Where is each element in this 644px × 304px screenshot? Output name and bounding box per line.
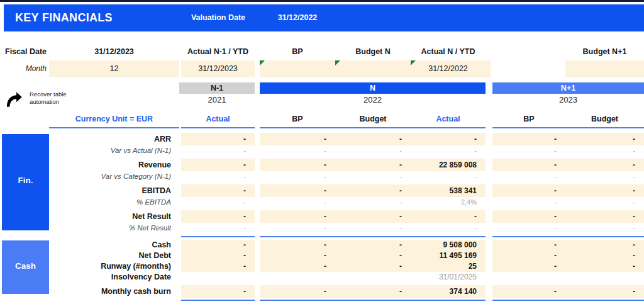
cell-nbud[interactable]: - [335, 133, 411, 145]
cell-nbp: - [260, 223, 335, 234]
cell-pbp[interactable]: - [492, 210, 565, 223]
cell-nbud: - [335, 197, 411, 208]
table-row: Runway (#months)---25-- [0, 261, 644, 272]
table-row: Var vs Category (N-1)------ [0, 171, 644, 182]
cell-corner-flag-icon [260, 60, 265, 65]
cell-pbp[interactable]: - [492, 285, 565, 298]
header-bp: BP [260, 45, 335, 58]
valuation-date-label: Valuation Date [179, 4, 257, 31]
cell-c1: - [181, 145, 255, 156]
cell-c1[interactable]: - [181, 261, 255, 272]
cell-nbud[interactable]: - [335, 210, 411, 223]
band-n-minus-1: N-1 [179, 82, 255, 94]
subheader-p-budget: Budget [565, 113, 644, 126]
cell-pbp: - [492, 145, 565, 156]
cell-c1[interactable]: - [181, 251, 255, 261]
curved-arrow-icon [5, 90, 23, 109]
row-label: Var vs Category (N-1) [0, 171, 171, 182]
cell-c1[interactable]: - [181, 210, 255, 223]
row-label: Insolvency Date [0, 272, 171, 283]
cell-c1[interactable]: - [181, 159, 255, 171]
page-title: KEY FINANCIALS [15, 4, 113, 31]
header-actual-n1-ytd: Actual N-1 / YTD [181, 45, 255, 58]
cell-nbp[interactable]: - [260, 251, 335, 261]
table-row: % EBITDA---2,4%-- [0, 197, 644, 208]
section-divider-rule [0, 236, 644, 237]
cell-nbud[interactable]: - [335, 251, 411, 261]
table-row: Var vs Actual (N-1)------ [0, 145, 644, 156]
cell-nbp[interactable]: - [260, 261, 335, 272]
table-row: Monthly cash burn---374 140-- [0, 285, 644, 298]
cell-pbp [492, 272, 565, 283]
key-financials-dashboard: KEY FINANCIALS Valuation Date 31/12/2022… [0, 0, 644, 304]
cell-nact[interactable]: - [411, 133, 486, 145]
row-label: Net Result [0, 210, 171, 223]
cell-nbp: - [260, 145, 335, 156]
cell-pbp[interactable]: - [492, 251, 565, 261]
cell-pbud[interactable]: - [565, 261, 644, 272]
table-row: Cash---9 508 000-- [0, 240, 644, 251]
cell-nbp[interactable]: - [260, 210, 335, 223]
valuation-date-value: 31/12/2022 [260, 4, 335, 31]
cell-pbud[interactable]: - [565, 133, 644, 145]
table-row: Net Result------ [0, 210, 644, 223]
year-n-minus-1: 2021 [179, 94, 255, 106]
cell-nbud[interactable]: - [335, 159, 411, 171]
cell-nbp[interactable]: - [260, 133, 335, 145]
subheader-rule [0, 127, 644, 128]
cell-pbud[interactable]: - [565, 210, 644, 223]
cell-pbud[interactable]: - [565, 159, 644, 171]
cell-pbp[interactable]: - [492, 261, 565, 272]
cell-pbud[interactable]: - [565, 240, 644, 251]
cell-pbp[interactable]: - [492, 159, 565, 171]
cell-pbp[interactable]: - [492, 240, 565, 251]
row-label: EBITDA [0, 184, 171, 197]
fiscal-header-row: Fiscal Date 31/12/2023 Actual N-1 / YTD … [0, 45, 644, 58]
cell-nbp [260, 272, 335, 283]
cell-nbp[interactable]: - [260, 240, 335, 251]
cell-nact[interactable]: 22 859 008 [411, 159, 486, 171]
cell-c1[interactable]: - [181, 240, 255, 251]
cell-nact[interactable]: 11 495 169 [411, 251, 486, 261]
cell-pbp[interactable]: - [492, 133, 565, 145]
fin-rows: ARR------Var vs Actual (N-1)------Revenu… [0, 133, 644, 234]
cell-c1[interactable]: - [181, 133, 255, 145]
cell-nact[interactable]: - [411, 210, 486, 223]
header-actual-n-ytd: Actual N / YTD [411, 45, 486, 58]
table-row: Revenue---22 859 008-- [0, 159, 644, 171]
row-label: Var vs Actual (N-1) [0, 145, 171, 156]
table-body: ARR------Var vs Actual (N-1)------Revenu… [0, 133, 644, 301]
cell-nbud[interactable]: - [335, 240, 411, 251]
subheader-p-bp: BP [492, 113, 565, 126]
cell-pbud[interactable]: - [565, 285, 644, 298]
cell-nact: 31/01/2025 [411, 272, 486, 283]
cell-pbp[interactable]: - [492, 184, 565, 197]
budget-n1-date-cell[interactable] [565, 60, 644, 77]
cell-nact[interactable]: 9 508 000 [411, 240, 486, 251]
table-row: % Net Result------ [0, 223, 644, 234]
cell-nbud [335, 272, 411, 283]
cell-pbud[interactable]: - [565, 251, 644, 261]
cell-nbud[interactable]: - [335, 184, 411, 197]
subheader-n-budget: Budget [335, 113, 411, 126]
year-bands-row: N-1 N N+1 [0, 82, 644, 94]
cell-pbud[interactable]: - [565, 184, 644, 197]
cell-nbud[interactable]: - [335, 261, 411, 272]
cell-pbud: - [565, 223, 644, 234]
header-band: KEY FINANCIALS Valuation Date 31/12/2022 [4, 4, 644, 31]
cell-c1[interactable]: - [181, 184, 255, 197]
cell-nact[interactable]: 25 [411, 261, 486, 272]
cell-c1[interactable]: - [181, 285, 255, 298]
cell-nact[interactable]: 374 140 [411, 285, 486, 298]
cell-nbud: - [335, 145, 411, 156]
cell-nbud[interactable]: - [335, 285, 411, 298]
cell-nbp[interactable]: - [260, 184, 335, 197]
subheader-n-actual: Actual [411, 113, 486, 126]
cell-nbp[interactable]: - [260, 159, 335, 171]
cell-nact[interactable]: 538 341 [411, 184, 486, 197]
cell-pbud: - [565, 197, 644, 208]
cell-nbp[interactable]: - [260, 285, 335, 298]
recover-table-automation-button[interactable]: Recover table automation [5, 89, 87, 111]
currency-unit-label: Currency Unit = EUR [49, 113, 179, 126]
top-divider [0, 0, 644, 2]
